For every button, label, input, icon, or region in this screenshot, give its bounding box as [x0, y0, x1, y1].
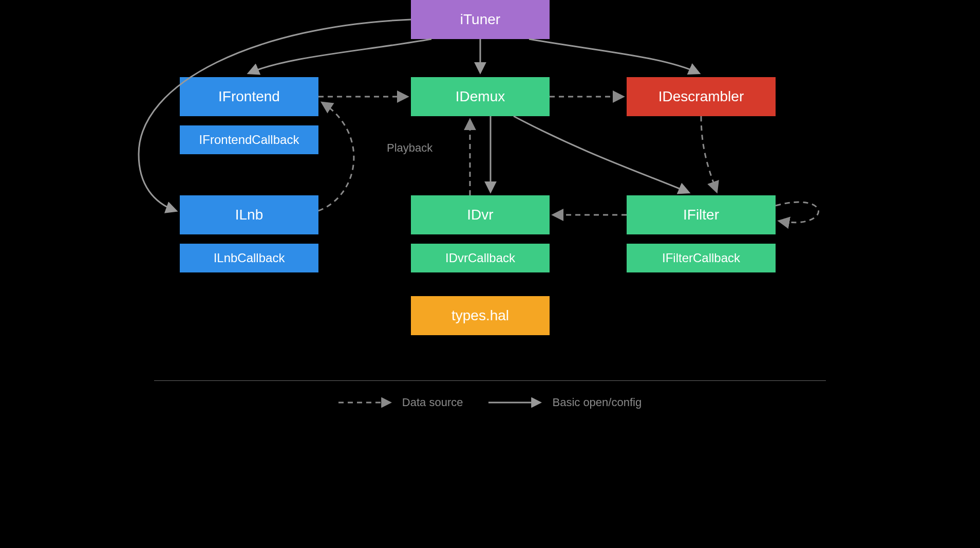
node-ifrontend: IFrontend [180, 77, 318, 116]
node-typeshal-label: types.hal [451, 307, 509, 324]
node-idescrambler-label: IDescrambler [658, 88, 744, 105]
node-ifiltercallback-label: IFilterCallback [662, 251, 740, 265]
node-ilnbcallback: ILnbCallback [180, 244, 318, 272]
node-idvr-label: IDvr [467, 207, 493, 223]
edge-label-playback: Playback [387, 141, 432, 155]
node-ifrontend-label: IFrontend [218, 88, 280, 105]
node-ilnbcallback-label: ILnbCallback [214, 251, 285, 265]
node-ituner-label: iTuner [460, 11, 500, 28]
legend-solid-label: Basic open/config [552, 396, 642, 409]
legend-solid-arrow-icon [488, 397, 545, 408]
node-ifiltercallback: IFilterCallback [627, 244, 776, 272]
node-idvrcallback-label: IDvrCallback [445, 251, 515, 265]
node-typeshal: types.hal [411, 296, 550, 335]
node-idemux: IDemux [411, 77, 550, 116]
legend: Data source Basic open/config [103, 396, 877, 409]
node-idemux-label: IDemux [456, 88, 505, 105]
node-ifilter: IFilter [627, 195, 776, 234]
node-ituner: iTuner [411, 0, 550, 39]
diagram-canvas: iTuner IFrontend IFrontendCallback IDemu… [103, 0, 877, 434]
node-idvrcallback: IDvrCallback [411, 244, 550, 272]
legend-divider [154, 380, 826, 381]
node-idescrambler: IDescrambler [627, 77, 776, 116]
legend-dashed-label: Data source [402, 396, 463, 409]
node-ilnb-label: ILnb [235, 207, 263, 223]
legend-dashed-arrow-icon [338, 397, 395, 408]
legend-item-solid: Basic open/config [488, 396, 642, 409]
node-ifrontendcallback: IFrontendCallback [180, 125, 318, 154]
legend-item-dashed: Data source [338, 396, 463, 409]
node-ilnb: ILnb [180, 195, 318, 234]
node-idvr: IDvr [411, 195, 550, 234]
node-ifilter-label: IFilter [683, 207, 719, 223]
node-ifrontendcallback-label: IFrontendCallback [199, 133, 299, 147]
